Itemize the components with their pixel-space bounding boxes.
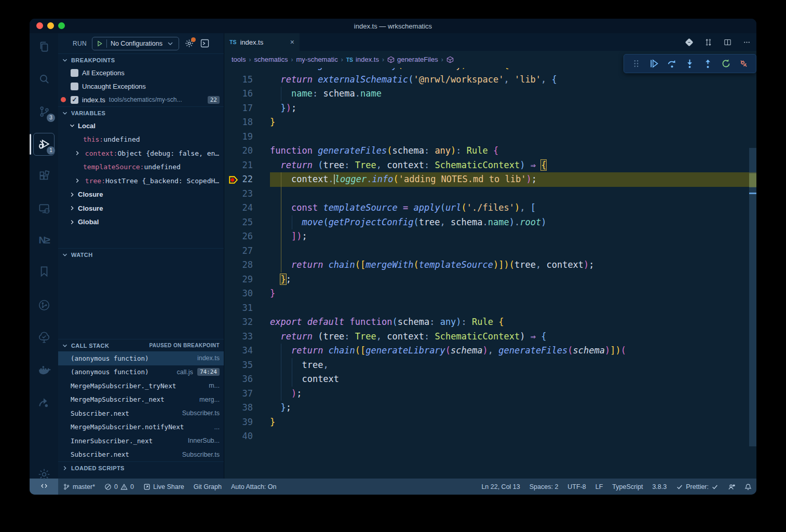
code-line[interactable]: 38 }; (224, 401, 756, 415)
breakpoint-row[interactable]: All Exceptions (58, 66, 224, 79)
statusbar-eol[interactable]: LF (591, 483, 608, 490)
activity-item-explorer[interactable] (30, 33, 58, 60)
code-line[interactable]: 16 name: schema.name (224, 87, 756, 101)
section-header-call-stack[interactable]: CALL STACK PAUSED ON BREAKPOINT (58, 339, 224, 351)
close-window-button[interactable] (36, 22, 43, 29)
drag-handle-button[interactable] (631, 58, 642, 69)
statusbar-cursor-position[interactable]: Ln 22, Col 13 (477, 483, 524, 490)
debug-settings-button[interactable] (184, 38, 194, 48)
activity-item-bookmarks[interactable] (30, 258, 58, 285)
gutter[interactable]: 40 (224, 429, 270, 444)
gutter[interactable]: 34 (224, 344, 270, 358)
gutter[interactable]: 15 (224, 73, 270, 87)
gutter[interactable]: 21 (224, 158, 270, 173)
statusbar-ts-version[interactable]: 3.8.3 (647, 483, 671, 490)
code-line[interactable]: 15 return externalSchematic('@nrwl/works… (224, 73, 756, 87)
gutter[interactable]: 17 (224, 101, 270, 116)
minimize-window-button[interactable] (47, 22, 54, 29)
gutter[interactable]: 26 (224, 229, 270, 244)
gutter[interactable]: 38 (224, 401, 270, 415)
code-line[interactable]: 34 return chain([generateLibrary(schema)… (224, 344, 756, 358)
gutter[interactable]: 31 (224, 301, 270, 316)
gutter[interactable]: 14 (224, 68, 270, 73)
activity-item-docker[interactable] (30, 357, 58, 384)
callstack-frame[interactable]: MergeMapSubscriber._tryNext m... (58, 379, 224, 393)
statusbar-encoding[interactable]: UTF-8 (563, 483, 590, 490)
code-line[interactable]: 30} (224, 287, 756, 301)
maximize-window-button[interactable] (58, 22, 65, 29)
gutter[interactable]: 36 (224, 372, 270, 387)
variable-scope-local[interactable]: Local (58, 119, 224, 133)
gutter[interactable]: 39 (224, 415, 270, 430)
code-line[interactable]: 36 context (224, 372, 756, 387)
disconnect-button[interactable] (738, 58, 749, 69)
callstack-frame[interactable]: (anonymous function) call.js 74:24 (58, 365, 224, 379)
variable-scope-closure[interactable]: Closure (58, 188, 224, 202)
statusbar-problems[interactable]: 00 (100, 479, 139, 495)
code-editor[interactable]: 14function generateLibrary(schema: any):… (224, 68, 756, 479)
gutter[interactable]: 19 (224, 130, 270, 144)
code-line[interactable]: 28 return chain([mergeWith(templateSourc… (224, 258, 756, 272)
code-line[interactable]: 29 }; (224, 272, 756, 287)
variable-scope-global[interactable]: Global (58, 215, 224, 229)
code-line[interactable]: 23 (224, 187, 756, 201)
restart-button[interactable] (721, 58, 731, 69)
code-line[interactable]: 26 ]); (224, 229, 756, 244)
split-editor-button[interactable] (723, 38, 732, 47)
activity-item-source-control[interactable]: 3 (30, 98, 58, 125)
debug-console-button[interactable] (199, 38, 210, 49)
breadcrumb-item[interactable]: TSindex.ts (346, 56, 379, 63)
statusbar-language[interactable]: TypeScript (607, 483, 647, 490)
section-header-breakpoints[interactable]: BREAKPOINTS (58, 53, 224, 66)
activity-item-settings[interactable] (30, 461, 58, 488)
code-line[interactable]: 35 tree, (224, 358, 756, 373)
variable-scope-closure[interactable]: Closure (58, 201, 224, 215)
statusbar-indentation[interactable]: Spaces: 2 (525, 483, 563, 490)
callstack-frame[interactable]: Subscriber.next Subscriber.ts (58, 406, 224, 420)
code-line[interactable]: 33 return (tree: Tree, context: Schemati… (224, 330, 756, 344)
statusbar-git-graph[interactable]: Git Graph (189, 479, 226, 495)
breadcrumb-item[interactable] (446, 56, 456, 63)
breakpoint-checkbox[interactable] (71, 83, 78, 90)
activity-item-run-debug[interactable]: 1 (30, 131, 58, 158)
gutter[interactable]: 25 (224, 215, 270, 230)
gutter[interactable]: 20 (224, 144, 270, 158)
activity-item-extensions[interactable] (30, 163, 58, 190)
code-line[interactable]: 21 return (tree: Tree, context: Schemati… (224, 158, 756, 173)
activity-item-git-graph-view[interactable] (30, 292, 58, 319)
statusbar-feedback[interactable] (723, 483, 740, 490)
code-line[interactable]: 32export default function(schema: any): … (224, 315, 756, 330)
variable-item[interactable]: templateSource: undefined (58, 160, 224, 174)
breadcrumb-item[interactable]: schematics (254, 56, 288, 63)
step-into-button[interactable] (684, 58, 695, 69)
breakpoint-checkbox[interactable] (71, 69, 78, 77)
activity-item-search[interactable] (30, 65, 58, 92)
code-line[interactable]: 19 (224, 130, 756, 144)
start-debug-icon[interactable] (97, 40, 103, 47)
gutter[interactable]: 29 (224, 272, 270, 287)
code-line[interactable]: 20function generateFiles(schema: any): R… (224, 144, 756, 158)
variable-item[interactable]: tree: HostTree {_backend: ScopedH… (58, 174, 224, 188)
code-line[interactable]: 25 move(getProjectConfig(tree, schema.na… (224, 215, 756, 230)
gutter[interactable]: 32 (224, 315, 270, 330)
code-line[interactable]: 27 (224, 244, 756, 258)
callstack-frame[interactable]: MergeMapSubscriber._next merg... (58, 393, 224, 407)
code-line[interactable]: 37 ); (224, 387, 756, 401)
variable-item[interactable]: context: Object {debug: false, en… (58, 146, 224, 160)
gutter[interactable]: 30 (224, 287, 270, 301)
activity-item-nx-console[interactable]: N≥ (30, 227, 58, 254)
callstack-frame[interactable]: InnerSubscriber._next InnerSub... (58, 434, 224, 448)
breadcrumb-item[interactable]: tools (232, 56, 246, 63)
statusbar-live-share[interactable]: Live Share (139, 479, 189, 495)
gutter[interactable]: 16 (224, 87, 270, 101)
open-changes-button[interactable] (685, 38, 694, 47)
continue-button[interactable] (648, 58, 659, 69)
breadcrumb-item[interactable]: my-schematic (296, 56, 338, 63)
code-line[interactable]: 22 context.logger.info('adding NOTES.md … (224, 172, 756, 187)
callstack-frame[interactable]: Subscriber.next Subscriber.ts (58, 448, 224, 462)
gutter[interactable]: 24 (224, 201, 270, 215)
gutter[interactable]: 37 (224, 387, 270, 401)
statusbar-prettier[interactable]: Prettier: (671, 483, 723, 490)
code-line[interactable]: 17 }); (224, 101, 756, 116)
gutter[interactable]: 35 (224, 358, 270, 373)
